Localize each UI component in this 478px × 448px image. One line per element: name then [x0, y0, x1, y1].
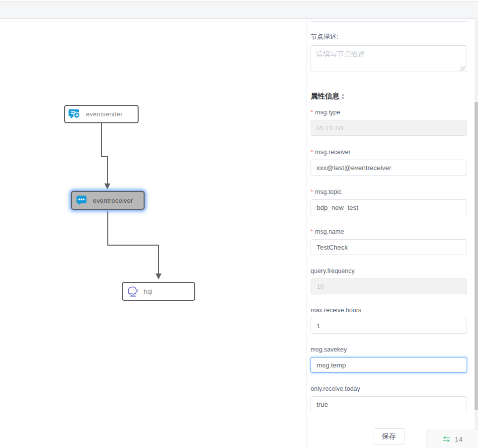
required-asterisk: *: [311, 228, 313, 235]
svg-text:HIVE: HIVE: [130, 294, 136, 297]
field-label: only.receive.today: [311, 385, 467, 392]
node-eventsender[interactable]: eventsender: [64, 105, 139, 123]
max-receive-hours-input[interactable]: [311, 318, 467, 334]
event-receiver-icon: [75, 194, 88, 207]
node-label: eventsender: [86, 110, 123, 118]
field-label: msg.receiver: [315, 149, 351, 156]
field-only-receive-today: only.receive.today: [311, 385, 467, 412]
field-msg-type: *msg.type: [311, 108, 467, 136]
window-top-strip: [0, 0, 478, 1]
required-asterisk: *: [311, 148, 313, 156]
field-max-receive-hours: max.receive.hours: [311, 307, 467, 334]
save-button[interactable]: 保存: [374, 428, 404, 445]
query-frequency-input[interactable]: [311, 278, 467, 294]
only-receive-today-input[interactable]: [311, 396, 467, 412]
toolbar-primary: [0, 2, 478, 19]
edge-connectors: [0, 19, 307, 448]
field-label: query.frequency: [311, 268, 467, 274]
panel-scrollbar-thumb[interactable]: [475, 102, 478, 410]
edge-eventsender-eventreceiver: [101, 123, 107, 184]
field-label: msg.name: [315, 228, 344, 235]
field-msg-receiver: *msg.receiver: [311, 148, 467, 176]
node-description-label: 节点描述:: [311, 32, 467, 41]
msg-type-input[interactable]: [311, 120, 467, 136]
field-msg-savekey: msg.savekey: [311, 346, 467, 373]
console-toggle-badge[interactable]: 14: [426, 430, 478, 448]
msg-topic-input[interactable]: [311, 199, 467, 215]
node-description-textarea[interactable]: [311, 45, 467, 72]
node-label: hql: [144, 288, 153, 295]
node-eventreceiver[interactable]: eventreceiver: [71, 191, 145, 210]
node-hql[interactable]: HIVE hql: [122, 282, 195, 301]
field-msg-name: *msg.name: [311, 228, 467, 255]
arrowhead-icon: [156, 273, 161, 279]
msg-receiver-input[interactable]: [311, 160, 467, 176]
field-label: msg.savekey: [311, 346, 467, 353]
msg-savekey-input[interactable]: [311, 357, 467, 373]
properties-panel: 节点描述: 属性信息： *msg.type *msg.receiver *msg…: [307, 19, 478, 448]
field-label: msg.topic: [315, 188, 342, 195]
edge-eventreceiver-hql: [108, 211, 159, 274]
field-label: msg.type: [315, 109, 340, 116]
field-msg-topic: *msg.topic: [311, 188, 467, 215]
swap-arrows-icon: [442, 436, 451, 443]
required-asterisk: *: [311, 188, 313, 195]
required-asterisk: *: [311, 108, 313, 116]
arrowhead-icon: [104, 183, 110, 189]
field-label: max.receive.hours: [311, 307, 467, 314]
workflow-canvas[interactable]: eventsender eventreceiver HIVE hql: [0, 19, 307, 448]
msg-name-input[interactable]: [311, 239, 467, 255]
resize-grip-icon[interactable]: [460, 66, 465, 71]
field-query-frequency: query.frequency: [311, 268, 467, 294]
panel-scrollbar-track[interactable]: [475, 19, 478, 448]
node-label: eventreceiver: [93, 197, 133, 204]
scrolled-input-edge: [311, 19, 467, 22]
badge-count: 14: [455, 435, 463, 444]
hive-icon: HIVE: [126, 285, 139, 298]
event-sender-icon: [68, 108, 81, 121]
section-title-attributes: 属性信息：: [311, 91, 467, 101]
